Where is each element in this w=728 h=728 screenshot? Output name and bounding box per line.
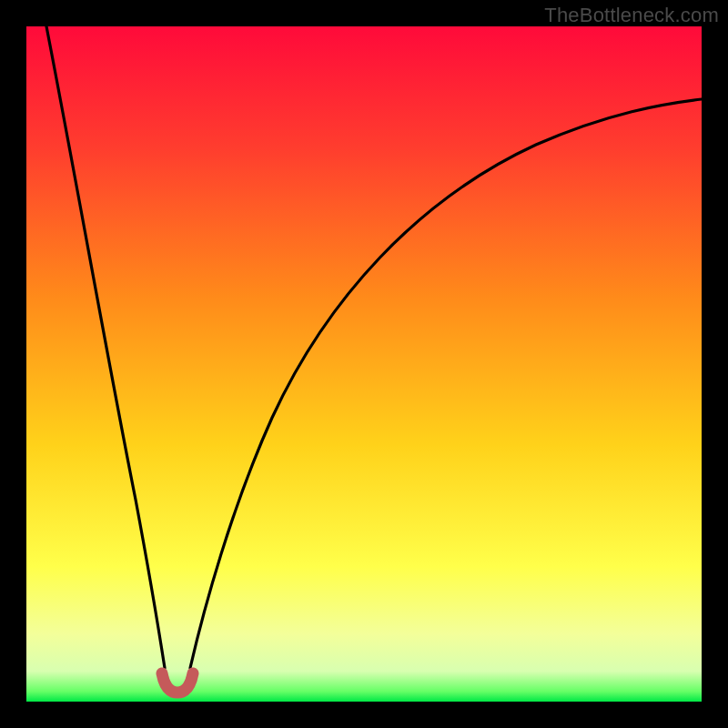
plot-area xyxy=(26,26,702,702)
watermark-text: TheBottleneck.com xyxy=(544,4,719,27)
chart-frame: TheBottleneck.com xyxy=(0,0,728,728)
gradient-background xyxy=(26,26,702,702)
plot-svg xyxy=(26,26,702,702)
